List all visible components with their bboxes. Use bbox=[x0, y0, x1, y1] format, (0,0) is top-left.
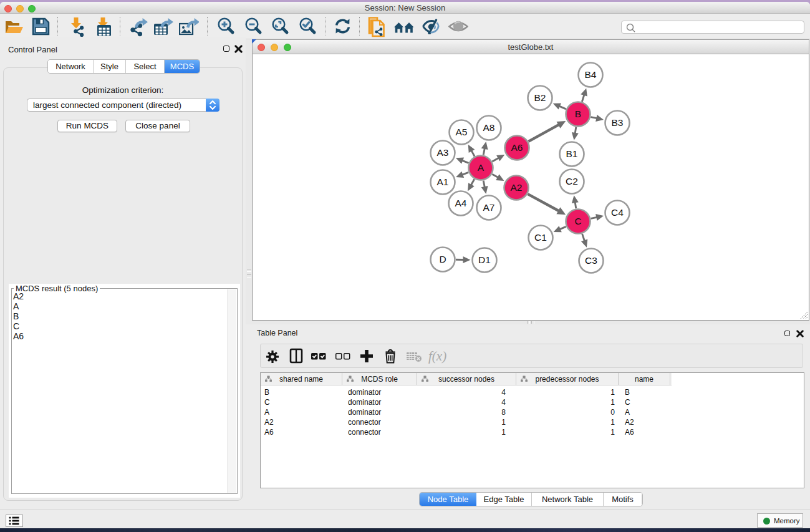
svg-text:B2: B2 bbox=[534, 92, 546, 103]
svg-text:D: D bbox=[439, 254, 446, 264]
svg-text:A1: A1 bbox=[437, 177, 449, 187]
svg-text:A3: A3 bbox=[437, 147, 449, 158]
svg-text:A: A bbox=[478, 162, 485, 173]
svg-text:A4: A4 bbox=[455, 198, 467, 208]
svg-text:A2: A2 bbox=[511, 182, 523, 193]
svg-text:A7: A7 bbox=[483, 202, 495, 213]
svg-text:C2: C2 bbox=[566, 176, 578, 186]
svg-text:B1: B1 bbox=[566, 148, 578, 159]
svg-text:C4: C4 bbox=[611, 207, 624, 218]
svg-text:A5: A5 bbox=[456, 127, 468, 137]
svg-text:A6: A6 bbox=[511, 142, 523, 153]
svg-text:B4: B4 bbox=[585, 69, 597, 80]
svg-text:B3: B3 bbox=[612, 117, 624, 128]
svg-text:C3: C3 bbox=[585, 255, 597, 266]
svg-text:D1: D1 bbox=[478, 254, 491, 265]
svg-text:B: B bbox=[575, 109, 581, 119]
svg-text:A8: A8 bbox=[483, 122, 495, 133]
svg-text:C: C bbox=[574, 216, 581, 226]
svg-text:C1: C1 bbox=[534, 232, 547, 243]
